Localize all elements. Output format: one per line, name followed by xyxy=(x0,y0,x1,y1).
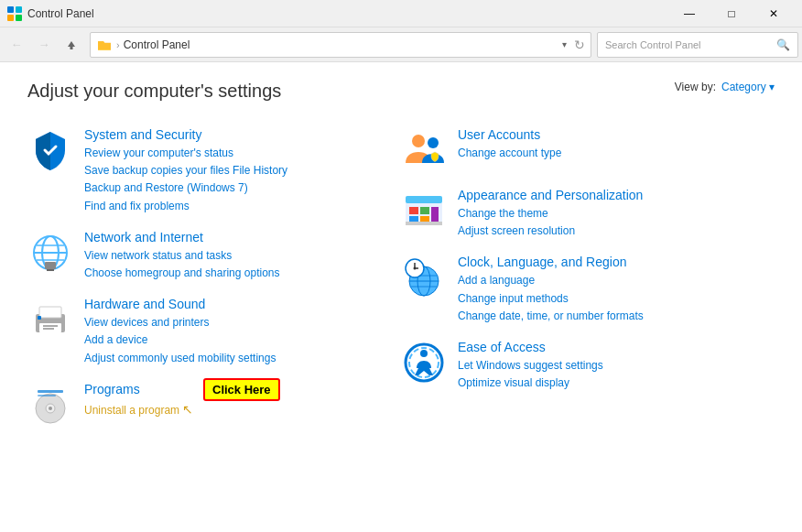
title-bar-title: Control Panel xyxy=(27,7,94,20)
appearance-content: Appearance and Personalization Change th… xyxy=(458,188,775,240)
network-internet-title[interactable]: Network and Internet xyxy=(84,230,401,244)
user-accounts-icon xyxy=(401,127,447,173)
category-programs: Programs Click Here Uninstall a program … xyxy=(27,375,401,435)
title-bar: Control Panel — □ ✕ xyxy=(0,0,802,27)
categories-grid: System and Security Review your computer… xyxy=(27,120,775,435)
programs-content: Programs Click Here Uninstall a program … xyxy=(84,382,401,419)
click-here-badge: Click Here xyxy=(203,378,280,401)
svg-rect-15 xyxy=(38,316,41,320)
category-hardware-sound: Hardware and Sound View devices and prin… xyxy=(27,289,401,375)
title-bar-controls: — □ ✕ xyxy=(668,0,795,27)
svg-point-45 xyxy=(420,350,428,357)
category-network-internet: Network and Internet View network status… xyxy=(27,223,401,289)
hardware-sound-content: Hardware and Sound View devices and prin… xyxy=(84,297,401,367)
svg-rect-13 xyxy=(39,307,61,318)
svg-rect-28 xyxy=(409,207,418,214)
maximize-button[interactable]: □ xyxy=(710,0,753,27)
link-change-account-type[interactable]: Change account type xyxy=(458,145,775,162)
network-internet-icon xyxy=(27,230,73,276)
clock-language-icon xyxy=(401,255,447,300)
link-input-methods[interactable]: Change input methods xyxy=(458,290,775,308)
link-optimize-visual[interactable]: Optimize visual display xyxy=(458,375,775,392)
ease-of-access-icon xyxy=(401,340,447,385)
viewby-label: View by: xyxy=(675,81,716,93)
programs-title[interactable]: Programs Click Here xyxy=(84,382,401,396)
viewby-value[interactable]: Category ▾ xyxy=(721,81,775,93)
svg-rect-33 xyxy=(406,222,442,225)
link-mobility-settings[interactable]: Adjust commonly used mobility settings xyxy=(84,350,401,367)
link-date-time-formats[interactable]: Change date, time, or number formats xyxy=(458,308,775,325)
svg-point-23 xyxy=(412,135,425,147)
link-screen-resolution[interactable]: Adjust screen resolution xyxy=(458,223,775,240)
minimize-button[interactable]: — xyxy=(668,0,710,27)
clock-language-title[interactable]: Clock, Language, and Region xyxy=(458,255,775,269)
appearance-title[interactable]: Appearance and Personalization xyxy=(458,188,775,202)
link-add-device[interactable]: Add a device xyxy=(84,331,401,349)
category-user-accounts: User Accounts Change account type xyxy=(401,120,775,180)
svg-rect-32 xyxy=(431,207,439,222)
link-find-problems[interactable]: Find and fix problems xyxy=(84,198,401,215)
link-windows-suggest[interactable]: Let Windows suggest settings xyxy=(458,357,775,375)
title-bar-left: Control Panel xyxy=(7,6,94,21)
back-button[interactable]: ← xyxy=(4,32,29,58)
refresh-icon[interactable]: ↻ xyxy=(574,38,585,52)
nav-bar: ← → › Control Panel ▾ ↻ Search Control P… xyxy=(0,27,802,62)
svg-rect-31 xyxy=(420,216,429,222)
page-title: Adjust your computer's settings xyxy=(27,81,775,102)
svg-rect-11 xyxy=(47,269,54,271)
cursor-icon: ↖ xyxy=(182,402,193,417)
svg-rect-17 xyxy=(43,328,54,330)
svg-rect-3 xyxy=(16,15,22,21)
ease-of-access-title[interactable]: Ease of Access xyxy=(458,340,775,354)
link-view-devices[interactable]: View devices and printers xyxy=(84,314,401,331)
link-homegroup[interactable]: Choose homegroup and sharing options xyxy=(84,265,401,282)
link-network-status[interactable]: View network status and tasks xyxy=(84,247,401,265)
link-backup-restore[interactable]: Backup and Restore (Windows 7) xyxy=(84,179,401,197)
hardware-sound-title[interactable]: Hardware and Sound xyxy=(84,297,401,311)
up-button[interactable] xyxy=(59,32,84,58)
link-uninstall-program[interactable]: Uninstall a program ↖ xyxy=(84,399,401,419)
appearance-icon xyxy=(401,188,447,233)
user-accounts-content: User Accounts Change account type xyxy=(458,127,775,162)
search-icon: 🔍 xyxy=(776,38,790,51)
view-by-control: View by: Category ▾ xyxy=(675,81,775,93)
svg-point-42 xyxy=(414,267,417,270)
search-bar[interactable]: Search Control Panel 🔍 xyxy=(597,32,798,58)
address-bar[interactable]: › Control Panel ▾ ↻ xyxy=(90,32,591,58)
category-appearance: Appearance and Personalization Change th… xyxy=(401,180,775,247)
svg-rect-21 xyxy=(38,390,63,393)
svg-rect-0 xyxy=(7,6,14,13)
close-button[interactable]: ✕ xyxy=(753,0,795,27)
category-clock-language: Clock, Language, and Region Add a langua… xyxy=(401,247,775,332)
network-internet-content: Network and Internet View network status… xyxy=(84,230,401,282)
svg-rect-1 xyxy=(16,6,22,13)
system-security-icon xyxy=(27,127,73,173)
svg-rect-10 xyxy=(45,262,56,269)
category-ease-of-access: Ease of Access Let Windows suggest setti… xyxy=(401,332,775,399)
system-security-title[interactable]: System and Security xyxy=(84,127,401,142)
svg-point-20 xyxy=(49,407,52,410)
folder-icon xyxy=(96,37,113,53)
control-panel-icon xyxy=(7,6,22,21)
address-separator: › xyxy=(116,39,120,50)
link-change-theme[interactable]: Change the theme xyxy=(458,205,775,223)
address-text: Control Panel xyxy=(124,38,562,51)
svg-rect-4 xyxy=(70,47,73,49)
forward-button[interactable]: → xyxy=(31,32,57,58)
right-column: User Accounts Change account type xyxy=(401,120,775,435)
svg-point-24 xyxy=(428,137,439,148)
user-accounts-title[interactable]: User Accounts xyxy=(458,127,775,142)
link-save-backup[interactable]: Save backup copies your files File Histo… xyxy=(84,162,401,179)
hardware-sound-icon xyxy=(27,297,73,342)
svg-rect-26 xyxy=(406,196,442,203)
svg-rect-2 xyxy=(7,15,14,21)
clock-language-content: Clock, Language, and Region Add a langua… xyxy=(458,255,775,325)
link-review-status[interactable]: Review your computer's status xyxy=(84,145,401,162)
search-placeholder: Search Control Panel xyxy=(605,39,776,50)
main-content: Adjust your computer's settings View by:… xyxy=(0,62,802,453)
category-system-security: System and Security Review your computer… xyxy=(27,120,401,223)
up-icon xyxy=(66,39,77,50)
link-add-language[interactable]: Add a language xyxy=(458,272,775,289)
address-dropdown-icon[interactable]: ▾ xyxy=(562,39,567,49)
system-security-content: System and Security Review your computer… xyxy=(84,127,401,215)
